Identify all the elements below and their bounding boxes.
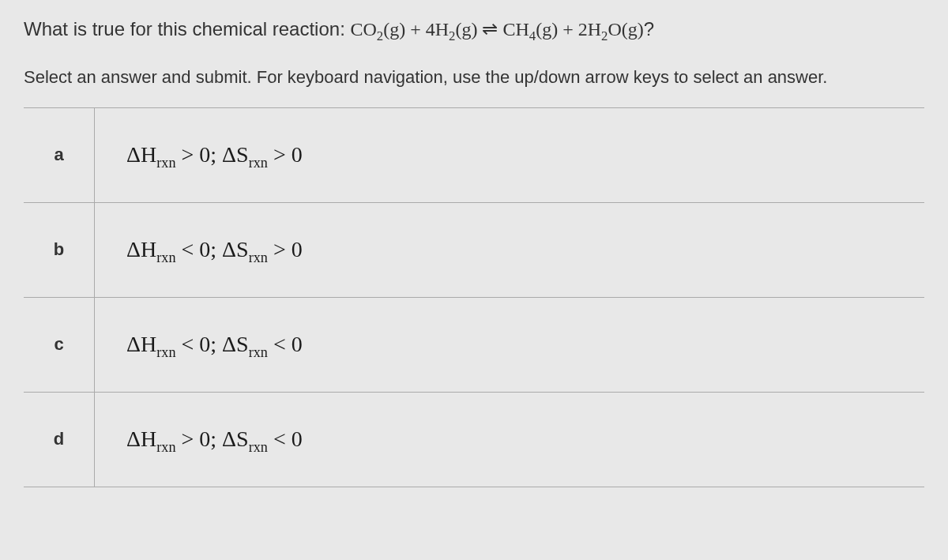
option-letter: b [24, 203, 95, 297]
reaction-equation: CO2(g) + 4H2(g) ⇌ CH4(g) + 2H2O(g) [350, 19, 643, 39]
option-letter: a [24, 108, 95, 202]
option-d[interactable]: d ΔHrxn > 0; ΔSrxn < 0 [24, 393, 924, 487]
question-prefix: What is true for this chemical reaction: [24, 18, 350, 39]
option-letter: c [24, 298, 95, 392]
options-list: a ΔHrxn > 0; ΔSrxn > 0 b ΔHrxn < 0; ΔSrx… [24, 107, 924, 487]
question-text: What is true for this chemical reaction:… [24, 16, 924, 43]
option-c[interactable]: c ΔHrxn < 0; ΔSrxn < 0 [24, 298, 924, 393]
option-content: ΔHrxn < 0; ΔSrxn < 0 [95, 298, 924, 392]
option-content: ΔHrxn > 0; ΔSrxn < 0 [95, 393, 924, 487]
option-a[interactable]: a ΔHrxn > 0; ΔSrxn > 0 [24, 108, 924, 203]
option-letter: d [24, 393, 95, 487]
option-b[interactable]: b ΔHrxn < 0; ΔSrxn > 0 [24, 203, 924, 298]
option-content: ΔHrxn > 0; ΔSrxn > 0 [95, 108, 924, 202]
question-suffix: ? [644, 18, 654, 39]
instruction-text: Select an answer and submit. For keyboar… [24, 67, 924, 88]
option-content: ΔHrxn < 0; ΔSrxn > 0 [95, 203, 924, 297]
